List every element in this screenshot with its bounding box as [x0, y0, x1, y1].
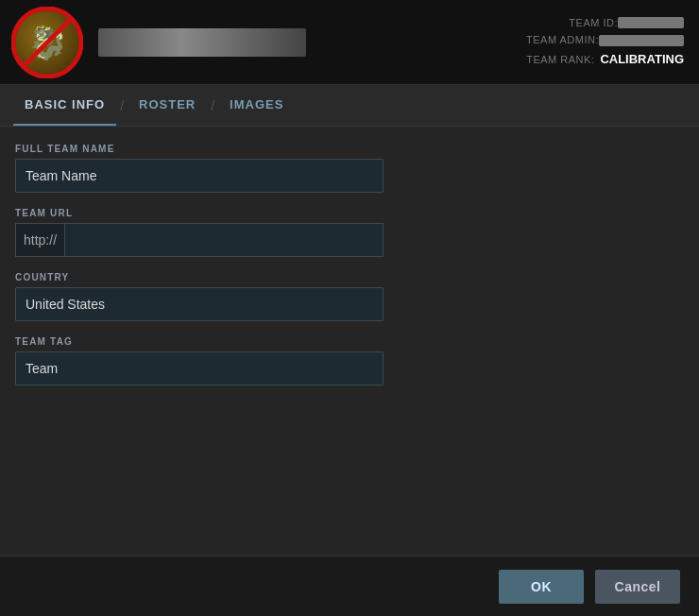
no-entry-overlay — [11, 7, 83, 78]
header: 🐉 TEAM ID: TEAM ADMIN: TEAM RANK: — [0, 0, 699, 85]
country-input[interactable] — [15, 287, 384, 321]
tab-basic-info[interactable]: BASIC INFO — [13, 85, 116, 126]
team-admin-value — [599, 35, 684, 46]
full-team-name-group: FULL TEAM NAME — [15, 144, 684, 193]
cancel-button[interactable]: Cancel — [595, 570, 680, 604]
team-url-input[interactable] — [64, 223, 384, 257]
url-row: http:// — [15, 223, 384, 257]
footer: OK Cancel — [0, 556, 699, 616]
team-info-panel: TEAM ID: TEAM ADMIN: TEAM RANK: CALIBRAT… — [526, 14, 684, 70]
team-tag-input[interactable] — [15, 351, 384, 385]
team-id-label: TEAM ID: — [569, 14, 618, 32]
separator-1: / — [120, 98, 124, 113]
team-rank-value: CALIBRATING — [600, 49, 684, 70]
full-team-name-label: FULL TEAM NAME — [15, 144, 684, 154]
team-tag-label: TEAM TAG — [15, 336, 684, 347]
ok-button[interactable]: OK — [499, 570, 584, 604]
team-url-label: TEAM URL — [15, 208, 684, 218]
country-group: COUNTRY — [15, 272, 684, 321]
url-prefix: http:// — [15, 223, 64, 257]
team-rank-label: TEAM RANK: — [526, 51, 594, 69]
main-content: FULL TEAM NAME TEAM URL http:// COUNTRY … — [0, 127, 699, 616]
full-team-name-input[interactable] — [15, 159, 384, 193]
page-wrapper: 🐉 TEAM ID: TEAM ADMIN: TEAM RANK: — [0, 0, 699, 616]
team-banner — [98, 28, 306, 57]
nav-tabs: BASIC INFO / ROSTER / IMAGES — [0, 85, 699, 127]
team-id-value — [618, 17, 684, 28]
svg-line-1 — [25, 20, 70, 65]
team-logo-container: 🐉 — [15, 10, 79, 75]
tab-roster[interactable]: ROSTER — [128, 85, 207, 126]
separator-2: / — [211, 98, 214, 113]
team-admin-label: TEAM ADMIN: — [526, 31, 599, 49]
tab-images[interactable]: IMAGES — [218, 85, 295, 126]
team-tag-group: TEAM TAG — [15, 336, 684, 385]
country-label: COUNTRY — [15, 272, 684, 282]
team-url-group: TEAM URL http:// — [15, 208, 684, 257]
